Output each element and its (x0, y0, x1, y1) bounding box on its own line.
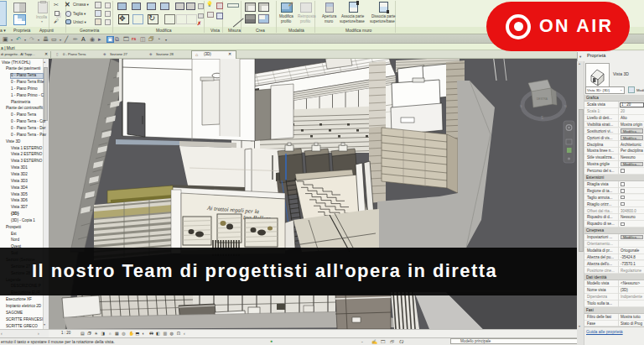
svg-text:S: S (520, 104, 522, 108)
svg-text:N: N (564, 104, 567, 108)
svg-text:DESTRA: DESTRA (537, 97, 548, 101)
svg-text:S: S (541, 116, 543, 120)
